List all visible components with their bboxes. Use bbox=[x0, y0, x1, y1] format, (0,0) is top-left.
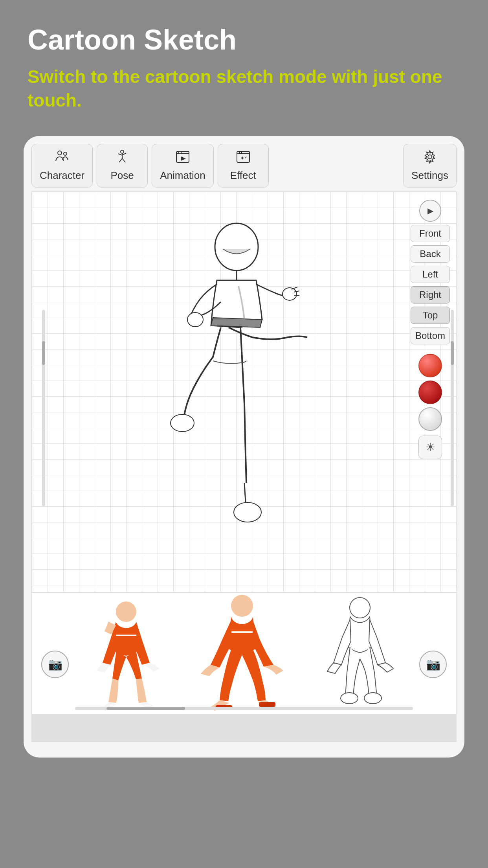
toolbar: Character Pose bbox=[24, 136, 464, 191]
effect-button[interactable]: ✦ Effect bbox=[218, 144, 269, 188]
camera-right-icon: 📷 bbox=[426, 657, 440, 671]
right-view-button[interactable]: Right bbox=[411, 286, 450, 303]
character-orange-2[interactable] bbox=[197, 592, 287, 714]
sun-icon: ☀ bbox=[426, 441, 435, 454]
bottom-scroll-track[interactable] bbox=[75, 707, 413, 710]
left-scroll-thumb[interactable] bbox=[42, 341, 45, 365]
play-button[interactable]: ▶ bbox=[419, 200, 441, 222]
svg-point-28 bbox=[116, 601, 136, 622]
svg-point-36 bbox=[364, 693, 382, 704]
pose-button[interactable]: Pose bbox=[97, 144, 148, 188]
pose-label: Pose bbox=[111, 169, 134, 182]
camera-left-icon: 📷 bbox=[48, 657, 62, 671]
left-scroll-track[interactable] bbox=[42, 310, 45, 506]
svg-marker-12 bbox=[181, 156, 186, 161]
bottom-scroll-thumb[interactable] bbox=[106, 707, 185, 710]
camera-left-button[interactable]: 📷 bbox=[41, 651, 69, 678]
top-label: Top bbox=[423, 310, 438, 321]
effect-label: Effect bbox=[230, 169, 256, 182]
svg-rect-8 bbox=[176, 151, 189, 162]
bottom-label: Bottom bbox=[415, 330, 445, 341]
app-subtitle: Switch to the cartoon sketch mode with j… bbox=[28, 65, 460, 112]
svg-point-35 bbox=[341, 693, 358, 704]
settings-label: Settings bbox=[411, 169, 448, 182]
color-red2[interactable] bbox=[418, 381, 442, 404]
top-view-button[interactable]: Top bbox=[411, 307, 450, 324]
color-red1[interactable] bbox=[418, 354, 442, 377]
settings-button[interactable]: Settings bbox=[403, 144, 457, 188]
left-label: Left bbox=[422, 269, 438, 280]
svg-point-30 bbox=[231, 595, 253, 617]
color-white[interactable] bbox=[418, 407, 442, 431]
svg-line-4 bbox=[118, 154, 122, 155]
character-icon bbox=[55, 150, 69, 166]
right-controls: ▶ Front Back Left Right Top Bottom bbox=[411, 200, 450, 459]
svg-line-25 bbox=[294, 295, 299, 296]
svg-line-7 bbox=[122, 158, 125, 162]
svg-point-2 bbox=[121, 150, 124, 153]
character-orange-1[interactable] bbox=[87, 600, 165, 714]
pose-icon bbox=[115, 150, 129, 166]
sketch-figure bbox=[162, 215, 311, 569]
front-label: Front bbox=[419, 228, 441, 239]
right-label: Right bbox=[419, 289, 441, 300]
animation-label: Animation bbox=[160, 169, 205, 182]
character-button[interactable]: Character bbox=[31, 144, 93, 188]
animation-icon bbox=[176, 150, 190, 166]
bottom-view-button[interactable]: Bottom bbox=[411, 327, 450, 344]
svg-point-1 bbox=[64, 152, 67, 155]
play-icon: ▶ bbox=[427, 206, 433, 215]
back-view-button[interactable]: Back bbox=[411, 245, 450, 263]
settings-icon bbox=[423, 150, 437, 166]
light-button[interactable]: ☀ bbox=[418, 436, 442, 459]
app-card: Character Pose bbox=[24, 136, 464, 758]
animation-button[interactable]: Animation bbox=[152, 144, 214, 188]
svg-point-0 bbox=[58, 151, 62, 155]
effect-icon: ✦ bbox=[236, 150, 250, 166]
character-label: Character bbox=[40, 169, 84, 182]
svg-point-19 bbox=[215, 223, 258, 270]
header-section: Cartoon Sketch Switch to the cartoon ske… bbox=[0, 0, 488, 128]
svg-point-26 bbox=[171, 414, 194, 432]
character-sketch-3[interactable] bbox=[319, 596, 401, 714]
left-view-button[interactable]: Left bbox=[411, 266, 450, 283]
svg-text:✦: ✦ bbox=[240, 155, 245, 161]
back-label: Back bbox=[420, 248, 440, 259]
right-scroll-thumb[interactable] bbox=[451, 341, 454, 365]
front-view-button[interactable]: Front bbox=[411, 225, 450, 242]
svg-line-6 bbox=[119, 158, 122, 162]
camera-right-button[interactable]: 📷 bbox=[419, 651, 447, 678]
svg-rect-33 bbox=[259, 702, 275, 707]
svg-point-22 bbox=[283, 288, 297, 300]
right-scroll-track[interactable] bbox=[451, 310, 454, 506]
svg-point-18 bbox=[428, 155, 432, 159]
svg-point-34 bbox=[350, 598, 370, 618]
svg-point-27 bbox=[234, 502, 261, 522]
canvas-area: ▶ Front Back Left Right Top Bottom bbox=[31, 191, 457, 742]
svg-point-21 bbox=[187, 313, 203, 327]
bottom-character-strip: 📷 📷 bbox=[32, 592, 456, 741]
app-title: Cartoon Sketch bbox=[28, 24, 460, 56]
